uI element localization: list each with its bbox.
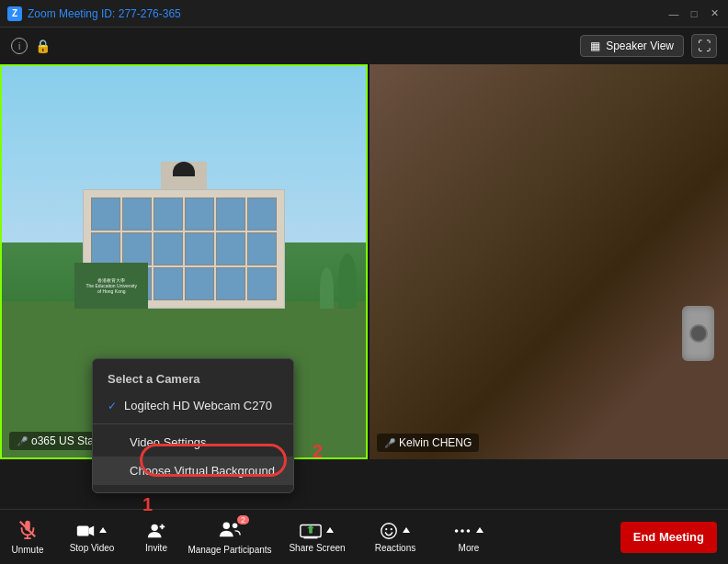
fullscreen-button[interactable]: ⛶ — [691, 34, 717, 58]
manage-participants-label: Manage Participants — [188, 545, 271, 555]
more-label: More — [459, 543, 480, 553]
menu-divider — [93, 423, 293, 424]
chevron-up-icon — [97, 525, 108, 536]
reactions-label: Reactions — [375, 543, 415, 553]
svg-point-17 — [381, 524, 397, 539]
video-camera-icon — [75, 521, 96, 541]
check-icon: ✓ — [108, 400, 117, 412]
participant-name-right: Kelvin CHENG — [399, 436, 472, 449]
maximize-button[interactable]: □ — [688, 7, 700, 20]
window — [247, 267, 277, 300]
stop-video-label: Stop Video — [70, 543, 115, 553]
svg-point-11 — [233, 524, 238, 529]
svg-rect-13 — [304, 537, 318, 539]
window — [122, 232, 152, 265]
share-screen-wrapper — [299, 521, 336, 541]
share-screen-button[interactable]: Share Screen — [276, 510, 358, 564]
meeting-id-title: Zoom Meeting ID: 277-276-365 — [28, 7, 667, 20]
menu-item-logitech-label: Logitech HD Webcam C270 — [124, 399, 272, 412]
minimize-button[interactable]: — — [667, 7, 680, 20]
window — [185, 232, 214, 265]
camera-device — [682, 306, 714, 361]
building-tower — [161, 162, 207, 189]
invite-label: Invite — [145, 543, 167, 553]
invite-button[interactable]: Invite — [129, 510, 184, 564]
svg-point-19 — [391, 528, 392, 530]
svg-marker-16 — [326, 527, 334, 533]
share-screen-chevron-icon — [324, 525, 336, 536]
sign-board: 香港教育大學The Education Universityof Hong Ko… — [74, 263, 148, 309]
window — [91, 197, 120, 231]
svg-marker-6 — [99, 527, 107, 533]
svg-point-7 — [152, 525, 158, 531]
svg-point-21 — [455, 529, 459, 533]
window — [185, 267, 214, 300]
participant-label-right: 🎤 Kelvin CHENG — [377, 434, 479, 452]
window — [91, 232, 120, 265]
zoom-logo-icon: Z — [7, 6, 22, 21]
video-background-right — [370, 64, 728, 459]
top-bar-right: ▦ Speaker View ⛶ — [580, 34, 717, 58]
sign-text: 香港教育大學The Education Universityof Hong Ko… — [85, 277, 137, 294]
info-icon[interactable]: i — [11, 38, 28, 54]
menu-item-virtual-bg-label: Choose Virtual Background — [130, 464, 275, 478]
tree — [320, 267, 334, 309]
reactions-wrapper — [379, 521, 412, 541]
window-controls: — □ ✕ — [667, 7, 721, 20]
close-button[interactable]: ✕ — [708, 7, 721, 20]
end-meeting-button[interactable]: End Meeting — [620, 522, 717, 553]
video-panel-right: 🎤 Kelvin CHENG — [370, 64, 728, 459]
unmute-label: Unmute — [11, 545, 43, 555]
microphone-icon — [17, 525, 38, 543]
more-wrapper — [452, 521, 485, 541]
blur-bg — [370, 64, 728, 459]
more-icon — [452, 521, 472, 541]
toolbar: Unmute Stop Video Invite — [0, 509, 728, 564]
window — [154, 267, 183, 300]
more-button[interactable]: More — [432, 510, 506, 564]
svg-point-22 — [461, 529, 464, 533]
svg-marker-5 — [89, 526, 95, 536]
invite-icon — [146, 521, 166, 541]
annotation-number-1: 1 — [142, 494, 153, 515]
svg-rect-4 — [77, 526, 89, 536]
muted-icon-left: 🎤 — [17, 436, 28, 446]
menu-item-logitech[interactable]: ✓ Logitech HD Webcam C270 — [93, 391, 293, 420]
reactions-icon — [379, 521, 399, 541]
top-bar: i 🔒 ▦ Speaker View ⛶ — [0, 28, 728, 64]
menu-item-video-settings[interactable]: Video Settings... — [93, 428, 293, 457]
speaker-view-label: Speaker View — [606, 39, 674, 52]
unmute-button[interactable]: Unmute — [0, 510, 55, 564]
stop-video-wrapper — [75, 521, 108, 541]
title-bar: Z Zoom Meeting ID: 277-276-365 — □ ✕ — [0, 0, 728, 28]
svg-point-18 — [385, 528, 387, 530]
stop-video-button[interactable]: Stop Video — [55, 510, 129, 564]
manage-participants-wrapper: 2 — [218, 519, 242, 543]
window — [185, 197, 214, 231]
end-meeting-wrapper: End Meeting — [620, 522, 728, 553]
menu-item-virtual-bg[interactable]: Choose Virtual Background — [93, 457, 293, 485]
share-screen-label: Share Screen — [289, 543, 345, 553]
lock-icon: 🔒 — [35, 39, 51, 53]
participants-badge: 2 — [237, 515, 249, 525]
speaker-view-button[interactable]: ▦ Speaker View — [580, 35, 684, 57]
menu-item-video-settings-label: Video Settings... — [130, 435, 216, 449]
share-screen-icon — [299, 521, 323, 541]
reactions-chevron-icon — [401, 525, 412, 536]
svg-point-10 — [223, 523, 230, 529]
menu-header: Select a Camera — [93, 367, 293, 391]
more-chevron-icon — [474, 525, 485, 536]
window — [247, 197, 277, 231]
camera-lens — [689, 324, 708, 343]
speaker-view-icon: ▦ — [590, 39, 600, 52]
top-bar-left: i 🔒 — [11, 38, 51, 54]
window — [247, 232, 277, 265]
window — [216, 197, 245, 231]
manage-participants-button[interactable]: 2 Manage Participants — [184, 510, 276, 564]
window — [216, 232, 245, 265]
svg-point-23 — [467, 529, 471, 533]
reactions-button[interactable]: Reactions — [358, 510, 432, 564]
muted-icon-right: 🎤 — [384, 438, 395, 448]
tree — [338, 254, 357, 309]
unmute-icon-wrapper — [17, 519, 38, 543]
